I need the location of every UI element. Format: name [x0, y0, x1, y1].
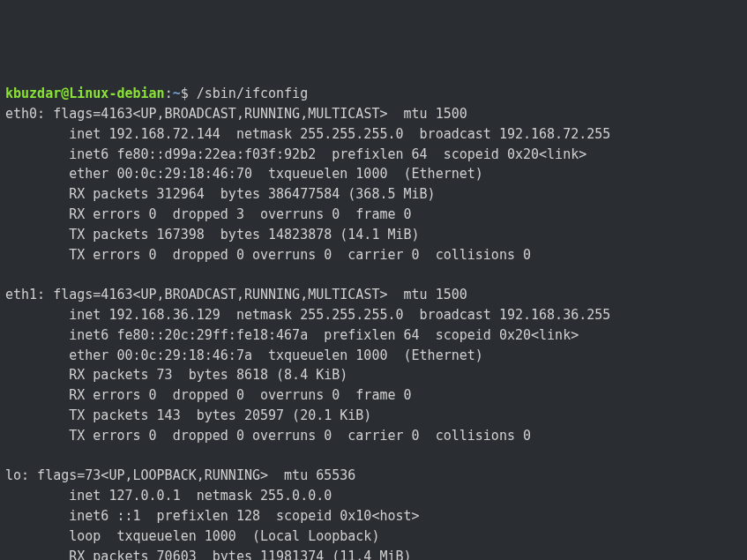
iface-line: inet 127.0.0.1 netmask 255.0.0.0: [69, 488, 332, 504]
prompt-path: ~: [173, 86, 181, 101]
iface-header: eth0: flags=4163<UP,BROADCAST,RUNNING,MU…: [5, 106, 467, 122]
terminal[interactable]: kbuzdar@Linux-debian:~$ /sbin/ifconfig e…: [5, 84, 742, 560]
iface-header: eth1: flags=4163<UP,BROADCAST,RUNNING,MU…: [5, 287, 467, 302]
prompt-symbol: $: [181, 86, 189, 101]
iface-line: ether 00:0c:29:18:46:70 txqueuelen 1000 …: [69, 166, 483, 182]
iface-line: RX errors 0 dropped 0 overruns 0 frame 0: [69, 387, 411, 403]
iface-line: inet6 ::1 prefixlen 128 scopeid 0x10<hos…: [69, 508, 419, 524]
prompt-colon: :: [165, 86, 173, 101]
iface-line: RX errors 0 dropped 3 overruns 0 frame 0: [69, 206, 411, 222]
iface-line: inet6 fe80::20c:29ff:fe18:467a prefixlen…: [69, 327, 579, 343]
iface-line: TX packets 167398 bytes 14823878 (14.1 M…: [69, 227, 419, 243]
prompt-at: @: [61, 86, 69, 101]
command-input[interactable]: /sbin/ifconfig: [197, 86, 308, 101]
iface-line: loop txqueuelen 1000 (Local Loopback): [69, 528, 379, 544]
iface-line: RX packets 73 bytes 8618 (8.4 KiB): [69, 367, 347, 383]
prompt-host: Linux-debian: [69, 86, 164, 101]
iface-line: RX packets 70603 bytes 11981374 (11.4 Mi…: [69, 549, 411, 560]
iface-line: TX packets 143 bytes 20597 (20.1 KiB): [69, 407, 371, 423]
iface-line: inet 192.168.36.129 netmask 255.255.255.…: [69, 307, 610, 323]
iface-line: inet 192.168.72.144 netmask 255.255.255.…: [69, 126, 610, 142]
iface-line: inet6 fe80::d99a:22ea:f03f:92b2 prefixle…: [69, 146, 586, 162]
prompt-user: kbuzdar: [5, 86, 61, 101]
iface-line: TX errors 0 dropped 0 overruns 0 carrier…: [69, 247, 531, 263]
iface-line: TX errors 0 dropped 0 overruns 0 carrier…: [69, 428, 531, 444]
prompt: kbuzdar@Linux-debian:~$ /sbin/ifconfig: [5, 86, 308, 101]
iface-header: lo: flags=73<UP,LOOPBACK,RUNNING> mtu 65…: [5, 467, 355, 483]
iface-line: RX packets 312964 bytes 386477584 (368.5…: [69, 186, 435, 202]
iface-line: ether 00:0c:29:18:46:7a txqueuelen 1000 …: [69, 347, 483, 363]
